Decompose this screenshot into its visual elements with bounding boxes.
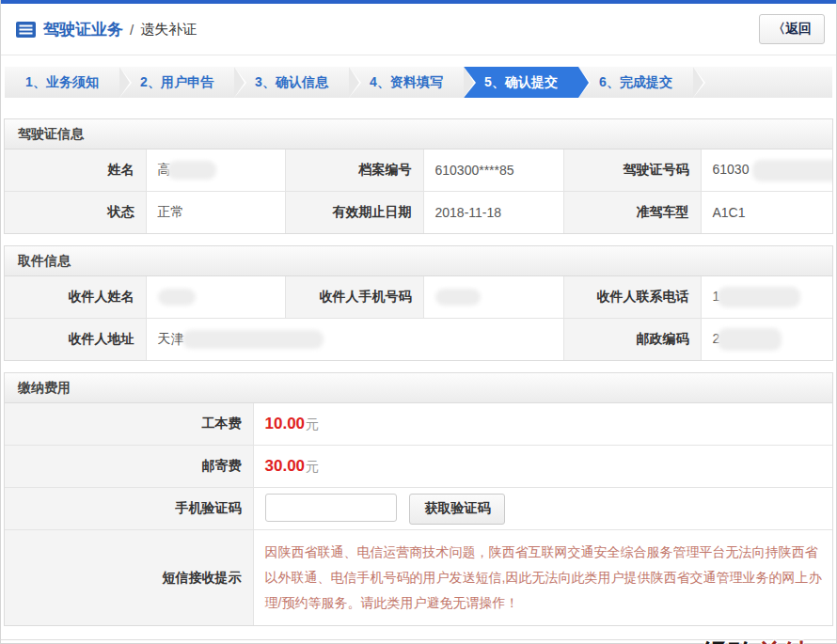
name-value: 高	[146, 149, 285, 192]
tab-step-3[interactable]: 3、确认信息	[234, 67, 349, 98]
recipient-phone-value: 1	[701, 276, 832, 319]
vehicle-class-label: 准驾车型	[563, 192, 701, 234]
license-section-title: 驾驶证信息	[5, 119, 832, 149]
sms-notice-text: 因陕西省联通、电信运营商技术问题，陕西省互联网交通安全综合服务管理平台无法向持陕…	[265, 544, 822, 610]
redacted-blur	[718, 328, 782, 351]
step-tabs-filler	[693, 67, 832, 98]
tab-step-5-active[interactable]: 5、确认提交	[464, 67, 578, 98]
expiry-label: 有效期止日期	[285, 192, 423, 234]
tab-step-2[interactable]: 2、用户申告	[119, 67, 234, 98]
tab-step-6[interactable]: 6、完成提交	[578, 67, 693, 98]
header: 驾驶证业务 / 遗失补证 〈返回	[1, 4, 836, 55]
post-fee-value: 30.00元	[253, 446, 832, 488]
recipient-address-value: 天津	[146, 319, 563, 361]
table-row: 手机验证码 获取验证码	[5, 488, 832, 530]
page: 驾驶证业务 / 遗失补证 〈返回 1、业务须知 2、用户申告 3、确认信息 4、…	[0, 0, 837, 644]
breadcrumb-separator: /	[130, 22, 134, 38]
page-title: 驾驶证业务	[43, 19, 123, 40]
license-number-value: 61030	[701, 149, 832, 192]
table-row: 姓名 高 档案编号 610300****85 驾驶证号码 61030	[5, 149, 832, 192]
status-value: 正常	[146, 192, 285, 234]
table-row: 邮寄费 30.00元	[5, 446, 832, 488]
work-fee-amount: 10.00	[265, 415, 306, 432]
postal-code-label: 邮政编码	[563, 319, 701, 361]
back-arrow-icon: 〈	[772, 21, 785, 36]
table-row: 状态 正常 有效期止日期 2018-11-18 准驾车型 A1C1	[5, 192, 832, 234]
fees-section-title: 缴纳费用	[5, 373, 832, 403]
table-row: 收件人地址 天津 邮政编码 2	[5, 319, 832, 361]
work-fee-unit: 元	[306, 416, 319, 432]
fees-section: 缴纳费用 工本费 10.00元 邮寄费 30.00元 手机验证码 获取验证码 短…	[4, 372, 833, 626]
pickup-info-section: 取件信息 收件人姓名 收件人手机号码 收件人联系电话 1 收件人地址 天津 邮政…	[4, 245, 833, 361]
tab-step-1[interactable]: 1、业务须知	[5, 67, 119, 98]
postal-code-value: 2	[701, 319, 832, 361]
footer: 上一步 经验总结 jingyanzongjie.com	[1, 639, 836, 644]
expiry-value: 2018-11-18	[423, 192, 563, 234]
pickup-info-table: 收件人姓名 收件人手机号码 收件人联系电话 1 收件人地址 天津 邮政编码 2	[5, 276, 832, 360]
tab-step-4[interactable]: 4、资料填写	[349, 67, 464, 98]
table-row: 收件人姓名 收件人手机号码 收件人联系电话 1	[5, 276, 832, 319]
step-tabs: 1、业务须知 2、用户申告 3、确认信息 4、资料填写 5、确认提交 6、完成提…	[5, 67, 832, 98]
redacted-blur	[718, 287, 800, 307]
breadcrumb-current: 遗失补证	[140, 21, 197, 39]
recipient-address-label: 收件人地址	[5, 319, 146, 361]
license-number-label: 驾驶证号码	[563, 149, 701, 192]
post-fee-unit: 元	[306, 459, 319, 474]
get-code-button[interactable]: 获取验证码	[409, 494, 505, 525]
list-form-icon	[16, 22, 36, 38]
recipient-mobile-value	[423, 276, 563, 319]
captcha-input[interactable]	[265, 494, 397, 522]
redacted-blur	[435, 289, 481, 306]
sms-notice-cell: 因陕西省联通、电信运营商技术问题，陕西省互联网交通安全综合服务管理平台无法向持陕…	[253, 530, 832, 626]
post-fee-label: 邮寄费	[5, 446, 253, 488]
back-button[interactable]: 〈返回	[759, 14, 825, 44]
file-number-label: 档案编号	[285, 149, 423, 192]
redacted-blur	[182, 330, 324, 349]
pickup-section-title: 取件信息	[5, 246, 832, 276]
captcha-cell: 获取验证码	[253, 488, 832, 530]
table-row: 工本费 10.00元	[5, 403, 832, 446]
license-info-section: 驾驶证信息 姓名 高 档案编号 610300****85 驾驶证号码 61030…	[4, 118, 833, 234]
name-label: 姓名	[5, 149, 146, 192]
file-number-value: 610300****85	[423, 149, 563, 192]
status-label: 状态	[5, 192, 146, 234]
fees-table: 工本费 10.00元 邮寄费 30.00元 手机验证码 获取验证码 短信接收提示…	[5, 403, 832, 625]
redacted-blur	[158, 289, 196, 306]
table-row: 短信接收提示 因陕西省联通、电信运营商技术问题，陕西省互联网交通安全综合服务管理…	[5, 530, 832, 626]
recipient-phone-label: 收件人联系电话	[563, 276, 701, 319]
captcha-label: 手机验证码	[5, 488, 253, 530]
work-fee-value: 10.00元	[253, 403, 832, 446]
recipient-name-value	[146, 276, 285, 319]
license-info-table: 姓名 高 档案编号 610300****85 驾驶证号码 61030 状态 正常…	[5, 149, 832, 233]
work-fee-label: 工本费	[5, 403, 253, 446]
recipient-name-label: 收件人姓名	[5, 276, 146, 319]
post-fee-amount: 30.00	[265, 457, 306, 475]
recipient-mobile-label: 收件人手机号码	[285, 276, 423, 319]
vehicle-class-value: A1C1	[701, 192, 832, 234]
sms-notice-label: 短信接收提示	[5, 530, 253, 626]
redacted-blur	[752, 160, 832, 181]
back-button-label: 返回	[785, 21, 812, 36]
redacted-blur	[167, 161, 216, 180]
